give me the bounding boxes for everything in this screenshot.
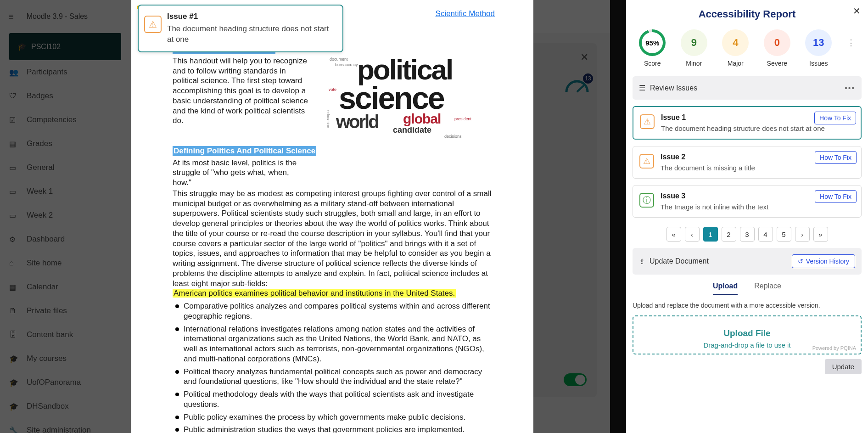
pagination: « ‹ 12345 › » bbox=[633, 227, 862, 242]
page-number[interactable]: 1 bbox=[703, 227, 718, 242]
page-number[interactable]: 4 bbox=[758, 227, 773, 242]
version-label: Version History bbox=[806, 258, 849, 265]
metric-major[interactable]: 4Major bbox=[722, 29, 749, 67]
metric-label: Score bbox=[644, 60, 661, 67]
version-history-button[interactable]: ↺Version History bbox=[792, 254, 855, 268]
more-icon[interactable]: ⋮ bbox=[847, 38, 855, 48]
metric-issues[interactable]: 13Issues bbox=[805, 29, 832, 67]
severe-value: 0 bbox=[764, 29, 790, 56]
doc-paragraph: At its most basic level, politics is the… bbox=[173, 158, 306, 188]
document-body: What this Handout is about political sci… bbox=[140, 34, 495, 433]
doc-heading: Defining Politics And Political Science bbox=[173, 146, 316, 156]
info-icon: ⓘ bbox=[639, 193, 654, 208]
review-label: Review Issues bbox=[650, 84, 697, 92]
tabs: Upload Replace bbox=[633, 282, 862, 295]
issue-desc: The document is missing a title bbox=[661, 164, 755, 172]
review-issues-bar[interactable]: ☰Review Issues ••• bbox=[633, 76, 862, 100]
warning-icon: ⚠ bbox=[639, 154, 654, 169]
update-document-bar: ⇪Update Document ↺Version History bbox=[633, 248, 862, 275]
how-to-fix-button[interactable]: How To Fix bbox=[815, 190, 857, 203]
score-value: 95% bbox=[645, 39, 659, 47]
issue-title: Issue 2 bbox=[661, 153, 755, 161]
powered-by: Powered by PQINA bbox=[812, 345, 856, 351]
page-next[interactable]: › bbox=[795, 227, 810, 242]
page-number[interactable]: 3 bbox=[740, 227, 755, 242]
tab-replace[interactable]: Replace bbox=[754, 282, 781, 295]
close-icon[interactable]: ✕ bbox=[853, 6, 861, 17]
issue-title: Issue 1 bbox=[661, 113, 825, 122]
issue-tooltip: ⚠ Issue #1 The document heading structur… bbox=[138, 5, 343, 52]
metrics-row: 95%Score 9Minor 4Major 0Severe 13Issues … bbox=[626, 27, 868, 74]
list-item: Public administration studies the ways t… bbox=[178, 425, 495, 433]
page-number[interactable]: 2 bbox=[722, 227, 736, 242]
minor-value: 9 bbox=[681, 29, 707, 56]
list-item: Comparative politics analyzes and compar… bbox=[178, 301, 495, 321]
doc-paragraph: This handout will help you to recognize … bbox=[173, 56, 310, 126]
issue-desc: The document heading structure does not … bbox=[661, 124, 825, 132]
wc-word: world bbox=[336, 110, 378, 134]
major-value: 4 bbox=[722, 29, 749, 56]
metric-label: Severe bbox=[767, 60, 787, 67]
tooltip-text: The document heading structure does not … bbox=[167, 24, 336, 45]
metric-severe[interactable]: 0Severe bbox=[764, 29, 790, 67]
list-item: Public policy examines the process by wh… bbox=[178, 412, 495, 422]
page-number[interactable]: 5 bbox=[777, 227, 791, 242]
upload-icon: ⇪ bbox=[639, 257, 645, 266]
accessibility-panel: Accessibility Report ✕ 95%Score 9Minor 4… bbox=[626, 0, 868, 433]
wc-word: candidate bbox=[393, 125, 431, 135]
metric-label: Issues bbox=[809, 60, 828, 67]
issues-value: 13 bbox=[805, 29, 832, 56]
metric-label: Minor bbox=[686, 60, 702, 67]
issue-card[interactable]: ⓘIssue 3The Image is not inline with the… bbox=[633, 185, 862, 218]
doc-paragraph: This struggle may be as modest as compet… bbox=[173, 189, 495, 289]
update-label: Update Document bbox=[650, 257, 709, 265]
issue-card[interactable]: ⚠Issue 1The document heading structure d… bbox=[633, 106, 862, 140]
tooltip-title: Issue #1 bbox=[167, 12, 336, 21]
page-first[interactable]: « bbox=[666, 227, 681, 242]
dropzone-title: Upload File bbox=[638, 328, 856, 338]
upload-description: Upload and replace the document with a m… bbox=[633, 302, 862, 309]
tab-upload[interactable]: Upload bbox=[713, 282, 738, 295]
issue-desc: The Image is not inline with the text bbox=[661, 203, 768, 211]
bullet-list: Comparative politics analyzes and compar… bbox=[173, 301, 495, 433]
list-icon: ☰ bbox=[639, 84, 645, 92]
how-to-fix-button[interactable]: How To Fix bbox=[815, 151, 857, 164]
more-icon[interactable]: ••• bbox=[845, 84, 855, 92]
warning-icon: ⚠ bbox=[640, 114, 655, 129]
warning-icon: ⚠ bbox=[144, 16, 162, 33]
page-prev[interactable]: ‹ bbox=[685, 227, 700, 242]
metric-minor[interactable]: 9Minor bbox=[681, 29, 707, 67]
page-last[interactable]: » bbox=[813, 227, 828, 242]
issue-title: Issue 3 bbox=[661, 192, 768, 200]
doc-link[interactable]: Scientific Method bbox=[436, 9, 495, 18]
highlighted-text: American politics examines political beh… bbox=[173, 289, 456, 298]
list-item: International relations investigates rel… bbox=[178, 324, 495, 364]
panel-header: Accessibility Report ✕ bbox=[626, 0, 868, 27]
metric-label: Major bbox=[728, 60, 744, 67]
history-icon: ↺ bbox=[798, 258, 803, 265]
how-to-fix-button[interactable]: How To Fix bbox=[814, 112, 856, 124]
metric-score[interactable]: 95%Score bbox=[639, 29, 666, 67]
panel-title: Accessibility Report bbox=[699, 8, 796, 20]
list-item: Political theory analyzes fundamental po… bbox=[178, 367, 495, 387]
update-button[interactable]: Update bbox=[825, 359, 862, 374]
document-viewer: ⚠ Issue #1 The document heading structur… bbox=[131, 0, 533, 433]
upload-dropzone[interactable]: Upload File Drag-and-drop a file to use … bbox=[633, 315, 862, 354]
panel-body: ☰Review Issues ••• ⚠Issue 1The document … bbox=[626, 74, 868, 433]
wordcloud-image: political science world global candidate… bbox=[325, 54, 495, 148]
issue-card[interactable]: ⚠Issue 2The document is missing a titleH… bbox=[633, 146, 862, 179]
list-item: Political methodology deals with the way… bbox=[178, 389, 495, 410]
